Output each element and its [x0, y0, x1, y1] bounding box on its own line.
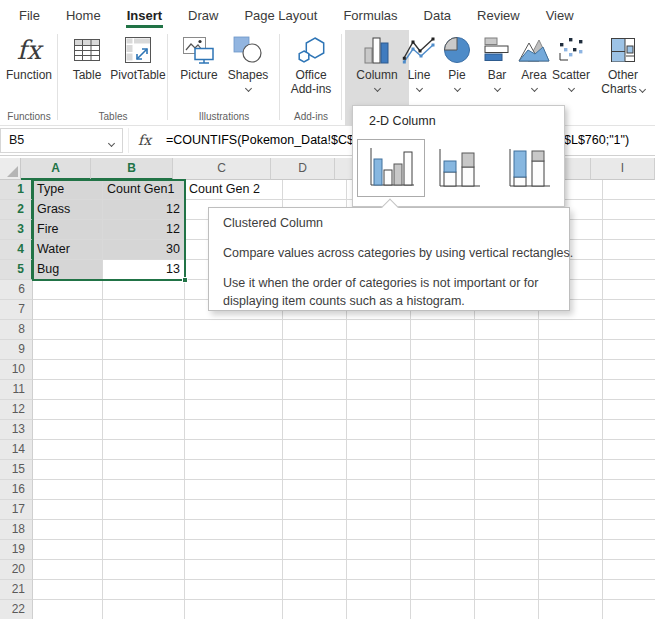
cell-I20[interactable]	[603, 560, 655, 580]
cell-I9[interactable]	[603, 340, 655, 360]
tab-file[interactable]: File	[18, 2, 41, 28]
cell-G12[interactable]	[475, 400, 539, 420]
cell-H12[interactable]	[539, 400, 603, 420]
cell-B9[interactable]	[103, 340, 185, 360]
option-stacked-column[interactable]	[436, 147, 482, 195]
row-header-6[interactable]: 6	[0, 280, 33, 300]
cell-A5[interactable]: Bug	[33, 260, 103, 280]
cell-I3[interactable]	[603, 220, 655, 240]
cell-I14[interactable]	[603, 440, 655, 460]
cell-C14[interactable]	[185, 440, 283, 460]
cell-D22[interactable]	[283, 600, 347, 619]
select-all-corner[interactable]	[0, 158, 21, 180]
col-header-C[interactable]: C	[173, 158, 271, 180]
cell-B1[interactable]: Count Gen1	[103, 180, 185, 200]
row-header-22[interactable]: 22	[0, 600, 33, 619]
cell-D19[interactable]	[283, 540, 347, 560]
cell-A15[interactable]	[33, 460, 103, 480]
cell-G13[interactable]	[475, 420, 539, 440]
cell-C9[interactable]	[185, 340, 283, 360]
row-header-11[interactable]: 11	[0, 380, 33, 400]
option-clustered-column[interactable]	[357, 139, 425, 197]
cell-F22[interactable]	[411, 600, 475, 619]
cell-A8[interactable]	[33, 320, 103, 340]
cell-D15[interactable]	[283, 460, 347, 480]
cell-B2[interactable]: 12	[103, 200, 185, 220]
cell-G15[interactable]	[475, 460, 539, 480]
cell-E21[interactable]	[347, 580, 411, 600]
cell-A6[interactable]	[33, 280, 103, 300]
cell-B13[interactable]	[103, 420, 185, 440]
cell-I13[interactable]	[603, 420, 655, 440]
insert-function-button[interactable]: fx	[128, 128, 160, 153]
cell-D21[interactable]	[283, 580, 347, 600]
tab-formulas[interactable]: Formulas	[342, 2, 398, 28]
row-header-8[interactable]: 8	[0, 320, 33, 340]
cell-A4[interactable]: Water	[33, 240, 103, 260]
cell-C1[interactable]: Count Gen 2	[185, 180, 283, 200]
cell-H8[interactable]	[539, 320, 603, 340]
cell-B6[interactable]	[103, 280, 185, 300]
cell-E11[interactable]	[347, 380, 411, 400]
row-header-9[interactable]: 9	[0, 340, 33, 360]
cell-G18[interactable]	[475, 520, 539, 540]
cell-B12[interactable]	[103, 400, 185, 420]
cell-F12[interactable]	[411, 400, 475, 420]
row-header-7[interactable]: 7	[0, 300, 33, 320]
formula-input[interactable]: =COUNTIFS(Pokemon_Data!$C$	[166, 128, 354, 153]
cell-F14[interactable]	[411, 440, 475, 460]
cell-E13[interactable]	[347, 420, 411, 440]
row-header-20[interactable]: 20	[0, 560, 33, 580]
col-header-A[interactable]: A	[21, 158, 91, 180]
cell-C13[interactable]	[185, 420, 283, 440]
scatter-chart-button[interactable]: Scatter	[547, 32, 595, 91]
row-header-5[interactable]: 5	[0, 260, 33, 280]
cell-A9[interactable]	[33, 340, 103, 360]
cell-I10[interactable]	[603, 360, 655, 380]
cell-I12[interactable]	[603, 400, 655, 420]
cell-H10[interactable]	[539, 360, 603, 380]
row-header-18[interactable]: 18	[0, 520, 33, 540]
cell-B20[interactable]	[103, 560, 185, 580]
row-header-21[interactable]: 21	[0, 580, 33, 600]
cell-C22[interactable]	[185, 600, 283, 619]
cell-G11[interactable]	[475, 380, 539, 400]
cell-F19[interactable]	[411, 540, 475, 560]
cell-H20[interactable]	[539, 560, 603, 580]
row-header-17[interactable]: 17	[0, 500, 33, 520]
cell-E18[interactable]	[347, 520, 411, 540]
cell-D8[interactable]	[283, 320, 347, 340]
cell-D9[interactable]	[283, 340, 347, 360]
fill-handle[interactable]	[182, 277, 188, 283]
cell-D13[interactable]	[283, 420, 347, 440]
cell-A22[interactable]	[33, 600, 103, 619]
cell-I5[interactable]	[603, 260, 655, 280]
cell-C21[interactable]	[185, 580, 283, 600]
cell-G22[interactable]	[475, 600, 539, 619]
cell-G14[interactable]	[475, 440, 539, 460]
cell-B3[interactable]: 12	[103, 220, 185, 240]
cell-E15[interactable]	[347, 460, 411, 480]
cell-D17[interactable]	[283, 500, 347, 520]
cell-A20[interactable]	[33, 560, 103, 580]
cell-F9[interactable]	[411, 340, 475, 360]
tab-review[interactable]: Review	[476, 2, 521, 28]
cell-H11[interactable]	[539, 380, 603, 400]
cell-I2[interactable]	[603, 200, 655, 220]
cell-F17[interactable]	[411, 500, 475, 520]
cell-H16[interactable]	[539, 480, 603, 500]
cell-B7[interactable]	[103, 300, 185, 320]
tab-view[interactable]: View	[545, 2, 575, 28]
cell-A21[interactable]	[33, 580, 103, 600]
row-header-2[interactable]: 2	[0, 200, 33, 220]
cell-H13[interactable]	[539, 420, 603, 440]
cell-G8[interactable]	[475, 320, 539, 340]
cell-F21[interactable]	[411, 580, 475, 600]
cell-B14[interactable]	[103, 440, 185, 460]
cell-F13[interactable]	[411, 420, 475, 440]
tab-page-layout[interactable]: Page Layout	[243, 2, 318, 28]
cell-E8[interactable]	[347, 320, 411, 340]
cell-B15[interactable]	[103, 460, 185, 480]
cell-C17[interactable]	[185, 500, 283, 520]
cell-I11[interactable]	[603, 380, 655, 400]
